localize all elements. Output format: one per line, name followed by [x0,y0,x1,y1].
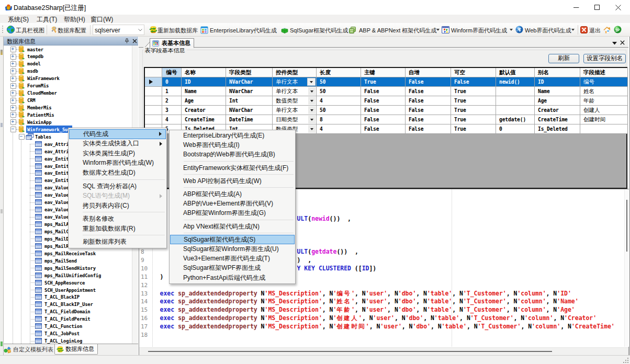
menu-item-表别名修改[interactable]: 表别名修改 [69,214,166,224]
tree-item-msdb[interactable]: msdb [4,67,132,75]
menu-item-代码生成[interactable]: 代码生成 [69,129,166,139]
cell-dropdown-button[interactable] [308,87,316,95]
menu-item-刷新数据库列表[interactable]: 刷新数据库列表 [69,237,166,247]
grid-column-header-控件类型[interactable]: 控件类型 [273,68,317,78]
grid-cell[interactable]: 8 [317,115,361,124]
tree-item-WeixinApp[interactable]: WeixinApp [4,118,132,126]
menu-item-Abp VNext框架代码生成(N)[interactable]: Abp VNext框架代码生成(N) [170,222,295,231]
grid-cell[interactable]: Creator [182,106,226,115]
grid-cell[interactable]: 0 [162,77,182,87]
grid-cell[interactable]: 日期类型 [273,115,317,124]
expand-plus-icon[interactable] [10,47,16,52]
grid-cell[interactable]: False [406,87,451,96]
expand-plus-icon[interactable] [10,61,16,67]
grid-cell[interactable]: NVarChar [226,77,273,87]
grid-cell[interactable]: False [406,106,451,115]
expand-plus-icon[interactable] [10,69,16,74]
expand-plus-icon[interactable] [10,105,16,111]
grid-cell[interactable]: Name [535,87,580,96]
editor-hscrollbar[interactable] [139,347,628,355]
grid-cell[interactable]: Name [182,87,226,96]
tree-item-T_ACL_FieldPermit[interactable]: T_ACL_FieldPermit [4,315,132,323]
menu-item-ABP框架代码生成(A)[interactable]: ABP框架代码生成(A) [170,189,295,199]
grid-cell[interactable]: 编号 [580,77,628,87]
tree-item-SCH_UserAppointment[interactable]: SCH_UserAppointment [4,286,132,293]
tree-item-MemberMis[interactable]: MemberMis [4,104,132,111]
grid-cell[interactable]: NVarChar [226,87,273,96]
tab-database-info[interactable]: 数据库信息 [54,344,98,355]
grid-cell[interactable] [496,96,535,106]
grid-column-header-长度[interactable]: 长度 [317,68,361,78]
grid-cell[interactable]: True [361,77,406,87]
hscrollbar-thumb[interactable] [148,351,552,352]
grid-cell[interactable]: 数值类型 [273,96,317,106]
grid-cell[interactable]: True [451,115,496,124]
tree-item-master[interactable]: master [4,46,132,53]
tree-item-T_ACL_BlackIP_User[interactable]: T_ACL_BlackIP_User [4,301,132,308]
close-icon[interactable] [620,40,625,45]
tree-item-tempdb[interactable]: tempdb [4,53,132,60]
grid-cell[interactable] [580,124,628,134]
tree-item-CRM[interactable]: CRM [4,97,132,104]
grid-cell[interactable]: 50 [317,87,361,96]
grid-cell[interactable]: Int [226,96,273,106]
tab-table-basic-info[interactable]: 表基本信息 [150,38,194,48]
collapse-minus-icon[interactable] [19,134,25,140]
maximize-button[interactable] [587,0,608,15]
tree-item-model[interactable]: model [4,60,132,67]
grid-cell[interactable]: False [406,96,451,106]
code-line-14[interactable]: exec sp_addextendedproperty N'MS_Descrip… [160,298,579,306]
tree-item-WinFramework[interactable]: WinFramework [4,75,132,82]
tree-item-ForumMis[interactable]: ForumMis [4,82,132,89]
grid-cell[interactable]: False [406,115,451,124]
grid-cell[interactable]: 4 [317,96,361,106]
expand-plus-icon[interactable] [10,83,16,89]
tree-item-T_ACL_JobPost[interactable]: T_ACL_JobPost [4,330,132,337]
menu-item-拷贝列表内容(C)[interactable]: 拷贝列表内容(C) [69,201,166,211]
minimize-button[interactable] [566,0,587,15]
menu-item-Python+FastApi后端代码生成[interactable]: Python+FastApi后端代码生成 [170,273,295,282]
tree-item-T_ACL_BlackIP[interactable]: T_ACL_BlackIP [4,293,132,301]
grid-cell[interactable]: CreateTime [182,115,226,124]
grid-cell[interactable]: 姓名 [580,87,628,96]
grid-cell[interactable]: 50 [317,77,361,87]
chevron-down-icon[interactable] [612,42,617,45]
grid-column-header-可空[interactable]: 可空 [451,68,496,78]
grid-cell[interactable]: DateTime [226,115,273,124]
close-icon[interactable] [132,39,137,43]
expand-plus-icon[interactable] [10,98,16,104]
grid-cell[interactable]: 3 [162,106,182,115]
cell-dropdown-button[interactable] [308,106,316,114]
tree-item-mps_MailSendHistory[interactable]: mps_MailSendHistory [4,264,132,271]
grid-cell[interactable]: Age [535,96,580,106]
close-button[interactable] [608,0,628,15]
provider-combobox[interactable]: sqlserver [93,25,144,35]
menu-item-SQL 查询分析器(A)[interactable]: SQL 查询分析器(A) [69,181,166,191]
grid-row-1[interactable]: 1NameNVarChar单行文本50FalseFalseTrueName姓名 [145,87,626,96]
collapse-minus-icon[interactable] [10,127,16,132]
grid-cell[interactable] [496,106,535,115]
tree-item-mps_MailUnifiedConfig[interactable]: mps_MailUnifiedConfig [4,271,132,279]
cell-dropdown-button[interactable] [308,97,316,105]
grid-cell[interactable]: 单行文本 [273,106,317,115]
code-line-11[interactable]: ) [160,273,164,281]
grid-cell[interactable]: False [361,87,406,96]
code-line-15[interactable]: exec sp_addextendedproperty N'MS_Descrip… [160,306,575,314]
expand-plus-icon[interactable] [10,76,16,82]
grid-cell[interactable]: False [406,124,451,134]
tree-item-mps_MailReceiveTask[interactable]: mps_MailReceiveTask [4,249,132,257]
grid-row-4[interactable]: 4CreateTimeDateTime日期类型8FalseFalseTruege… [145,115,626,124]
menu-item-数据库文档生成(D)[interactable]: 数据库文档生成(D) [69,168,166,178]
tree-item-PatientMis[interactable]: PatientMis [4,111,132,118]
refresh-button[interactable]: 刷新 [548,54,579,63]
menu-item-SqlSugar框架代码生成(S)[interactable]: SqlSugar框架代码生成(S) [170,235,295,244]
grid-cell[interactable]: True [451,124,496,134]
expand-plus-icon[interactable] [10,54,16,60]
grid-cell[interactable]: 创建时间 [580,115,628,124]
menu-item-SQL语句生成(M)[interactable]: SQL语句生成(M) [69,191,166,201]
menu-item-Vue3+Element界面代码生成(T)[interactable]: Vue3+Element界面代码生成(T) [170,254,295,264]
menu-item-Winform界面代码生成(W)[interactable]: Winform界面代码生成(W) [69,158,166,168]
grid-cell[interactable]: True [451,96,496,106]
grid-column-header-编号[interactable]: 编号 [162,68,182,78]
menu-item-EntityFramework实体框架代码生成(F)[interactable]: EntityFramework实体框架代码生成(F) [170,163,295,173]
